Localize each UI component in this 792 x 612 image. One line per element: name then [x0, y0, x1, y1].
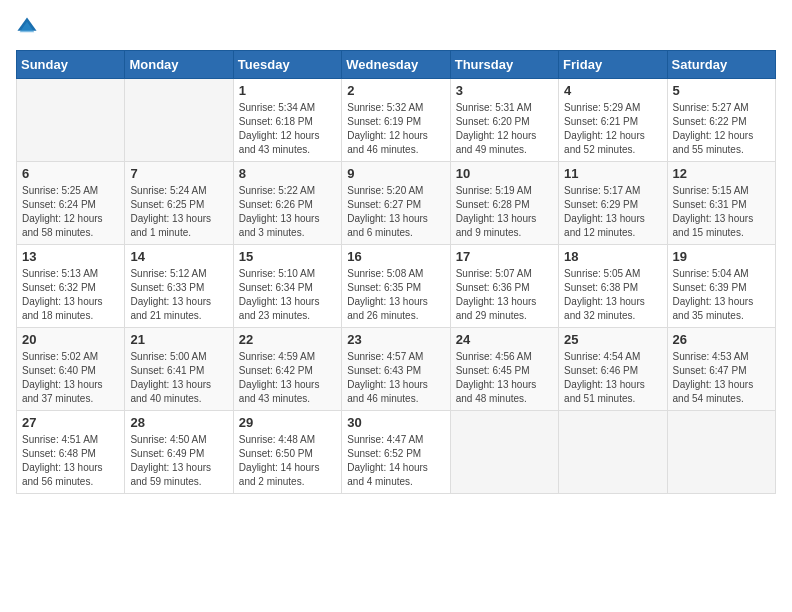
day-number: 2 [347, 83, 444, 98]
calendar-cell: 28Sunrise: 4:50 AMSunset: 6:49 PMDayligh… [125, 411, 233, 494]
day-info: Sunrise: 5:08 AMSunset: 6:35 PMDaylight:… [347, 267, 444, 323]
day-info: Sunrise: 4:47 AMSunset: 6:52 PMDaylight:… [347, 433, 444, 489]
calendar-cell: 4Sunrise: 5:29 AMSunset: 6:21 PMDaylight… [559, 79, 667, 162]
calendar-header-row: SundayMondayTuesdayWednesdayThursdayFrid… [17, 51, 776, 79]
day-info: Sunrise: 5:19 AMSunset: 6:28 PMDaylight:… [456, 184, 553, 240]
day-number: 29 [239, 415, 336, 430]
day-info: Sunrise: 5:12 AMSunset: 6:33 PMDaylight:… [130, 267, 227, 323]
calendar-week-row: 1Sunrise: 5:34 AMSunset: 6:18 PMDaylight… [17, 79, 776, 162]
day-number: 10 [456, 166, 553, 181]
day-number: 18 [564, 249, 661, 264]
day-info: Sunrise: 4:51 AMSunset: 6:48 PMDaylight:… [22, 433, 119, 489]
day-info: Sunrise: 5:15 AMSunset: 6:31 PMDaylight:… [673, 184, 770, 240]
calendar-cell: 23Sunrise: 4:57 AMSunset: 6:43 PMDayligh… [342, 328, 450, 411]
day-number: 21 [130, 332, 227, 347]
day-number: 5 [673, 83, 770, 98]
calendar-cell: 6Sunrise: 5:25 AMSunset: 6:24 PMDaylight… [17, 162, 125, 245]
day-info: Sunrise: 5:22 AMSunset: 6:26 PMDaylight:… [239, 184, 336, 240]
calendar-cell: 26Sunrise: 4:53 AMSunset: 6:47 PMDayligh… [667, 328, 775, 411]
day-info: Sunrise: 5:07 AMSunset: 6:36 PMDaylight:… [456, 267, 553, 323]
day-number: 19 [673, 249, 770, 264]
calendar-cell [450, 411, 558, 494]
day-of-week-header: Saturday [667, 51, 775, 79]
calendar-cell: 7Sunrise: 5:24 AMSunset: 6:25 PMDaylight… [125, 162, 233, 245]
day-number: 6 [22, 166, 119, 181]
day-info: Sunrise: 4:54 AMSunset: 6:46 PMDaylight:… [564, 350, 661, 406]
day-of-week-header: Friday [559, 51, 667, 79]
day-number: 9 [347, 166, 444, 181]
calendar-cell: 17Sunrise: 5:07 AMSunset: 6:36 PMDayligh… [450, 245, 558, 328]
day-info: Sunrise: 5:32 AMSunset: 6:19 PMDaylight:… [347, 101, 444, 157]
calendar-cell: 27Sunrise: 4:51 AMSunset: 6:48 PMDayligh… [17, 411, 125, 494]
logo [16, 16, 42, 38]
logo-icon [16, 16, 38, 38]
day-info: Sunrise: 4:50 AMSunset: 6:49 PMDaylight:… [130, 433, 227, 489]
day-info: Sunrise: 4:59 AMSunset: 6:42 PMDaylight:… [239, 350, 336, 406]
day-number: 28 [130, 415, 227, 430]
day-info: Sunrise: 5:02 AMSunset: 6:40 PMDaylight:… [22, 350, 119, 406]
day-of-week-header: Wednesday [342, 51, 450, 79]
calendar-cell: 16Sunrise: 5:08 AMSunset: 6:35 PMDayligh… [342, 245, 450, 328]
day-info: Sunrise: 5:29 AMSunset: 6:21 PMDaylight:… [564, 101, 661, 157]
day-number: 12 [673, 166, 770, 181]
calendar-cell [125, 79, 233, 162]
calendar-cell: 15Sunrise: 5:10 AMSunset: 6:34 PMDayligh… [233, 245, 341, 328]
calendar-week-row: 13Sunrise: 5:13 AMSunset: 6:32 PMDayligh… [17, 245, 776, 328]
day-number: 23 [347, 332, 444, 347]
day-number: 11 [564, 166, 661, 181]
day-info: Sunrise: 5:20 AMSunset: 6:27 PMDaylight:… [347, 184, 444, 240]
calendar-table: SundayMondayTuesdayWednesdayThursdayFrid… [16, 50, 776, 494]
day-info: Sunrise: 5:13 AMSunset: 6:32 PMDaylight:… [22, 267, 119, 323]
day-of-week-header: Thursday [450, 51, 558, 79]
header [16, 16, 776, 38]
day-info: Sunrise: 5:04 AMSunset: 6:39 PMDaylight:… [673, 267, 770, 323]
day-number: 22 [239, 332, 336, 347]
day-number: 24 [456, 332, 553, 347]
day-number: 16 [347, 249, 444, 264]
day-number: 8 [239, 166, 336, 181]
calendar-cell [559, 411, 667, 494]
calendar-cell: 11Sunrise: 5:17 AMSunset: 6:29 PMDayligh… [559, 162, 667, 245]
day-number: 15 [239, 249, 336, 264]
calendar-cell: 22Sunrise: 4:59 AMSunset: 6:42 PMDayligh… [233, 328, 341, 411]
day-info: Sunrise: 4:56 AMSunset: 6:45 PMDaylight:… [456, 350, 553, 406]
day-info: Sunrise: 5:05 AMSunset: 6:38 PMDaylight:… [564, 267, 661, 323]
calendar-cell: 14Sunrise: 5:12 AMSunset: 6:33 PMDayligh… [125, 245, 233, 328]
calendar-cell: 8Sunrise: 5:22 AMSunset: 6:26 PMDaylight… [233, 162, 341, 245]
calendar-week-row: 6Sunrise: 5:25 AMSunset: 6:24 PMDaylight… [17, 162, 776, 245]
calendar-cell: 3Sunrise: 5:31 AMSunset: 6:20 PMDaylight… [450, 79, 558, 162]
day-number: 7 [130, 166, 227, 181]
calendar-cell: 2Sunrise: 5:32 AMSunset: 6:19 PMDaylight… [342, 79, 450, 162]
day-number: 1 [239, 83, 336, 98]
day-info: Sunrise: 5:00 AMSunset: 6:41 PMDaylight:… [130, 350, 227, 406]
day-of-week-header: Tuesday [233, 51, 341, 79]
day-number: 20 [22, 332, 119, 347]
day-number: 17 [456, 249, 553, 264]
calendar-cell [17, 79, 125, 162]
day-number: 30 [347, 415, 444, 430]
calendar-cell: 19Sunrise: 5:04 AMSunset: 6:39 PMDayligh… [667, 245, 775, 328]
calendar-cell: 5Sunrise: 5:27 AMSunset: 6:22 PMDaylight… [667, 79, 775, 162]
day-info: Sunrise: 4:57 AMSunset: 6:43 PMDaylight:… [347, 350, 444, 406]
day-info: Sunrise: 4:48 AMSunset: 6:50 PMDaylight:… [239, 433, 336, 489]
day-number: 3 [456, 83, 553, 98]
day-info: Sunrise: 5:24 AMSunset: 6:25 PMDaylight:… [130, 184, 227, 240]
day-number: 27 [22, 415, 119, 430]
calendar-cell [667, 411, 775, 494]
calendar-cell: 12Sunrise: 5:15 AMSunset: 6:31 PMDayligh… [667, 162, 775, 245]
calendar-cell: 9Sunrise: 5:20 AMSunset: 6:27 PMDaylight… [342, 162, 450, 245]
day-info: Sunrise: 5:34 AMSunset: 6:18 PMDaylight:… [239, 101, 336, 157]
calendar-cell: 20Sunrise: 5:02 AMSunset: 6:40 PMDayligh… [17, 328, 125, 411]
calendar-cell: 13Sunrise: 5:13 AMSunset: 6:32 PMDayligh… [17, 245, 125, 328]
day-info: Sunrise: 5:25 AMSunset: 6:24 PMDaylight:… [22, 184, 119, 240]
day-number: 14 [130, 249, 227, 264]
calendar-cell: 25Sunrise: 4:54 AMSunset: 6:46 PMDayligh… [559, 328, 667, 411]
day-of-week-header: Monday [125, 51, 233, 79]
day-number: 26 [673, 332, 770, 347]
day-info: Sunrise: 5:10 AMSunset: 6:34 PMDaylight:… [239, 267, 336, 323]
day-of-week-header: Sunday [17, 51, 125, 79]
calendar-cell: 30Sunrise: 4:47 AMSunset: 6:52 PMDayligh… [342, 411, 450, 494]
day-number: 25 [564, 332, 661, 347]
calendar-cell: 1Sunrise: 5:34 AMSunset: 6:18 PMDaylight… [233, 79, 341, 162]
day-number: 4 [564, 83, 661, 98]
